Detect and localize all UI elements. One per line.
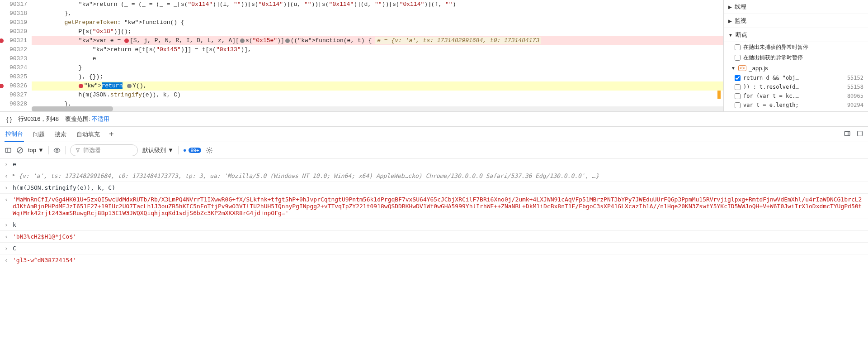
- inline-value-hint: e = {v: 'a', ts: 1731482991684, t0: 1731…: [375, 37, 541, 44]
- expand-icon[interactable]: [856, 130, 863, 139]
- breakpoints-section[interactable]: ▼断点: [724, 28, 868, 42]
- breakpoint-icon[interactable]: [0, 38, 4, 43]
- code-line[interactable]: },: [32, 9, 723, 18]
- line-number[interactable]: 90328: [0, 100, 27, 109]
- pause-caught-checkbox[interactable]: 在抛出捕获的异常时暂停: [724, 53, 868, 63]
- breakpoint-item[interactable]: for (var t = kc.…80965: [724, 91, 868, 101]
- settings-button[interactable]: [206, 147, 213, 154]
- breakpoint-line: 55152: [847, 75, 863, 81]
- context-selector[interactable]: top ▼: [28, 147, 44, 153]
- output-arrow-icon: [5, 257, 9, 263]
- add-tab-button[interactable]: +: [109, 129, 114, 139]
- output-arrow-icon: [5, 172, 9, 179]
- tab-console[interactable]: 控制台: [5, 127, 24, 142]
- breakpoint-line: 90294: [847, 102, 863, 108]
- console-output-row[interactable]: 'MaMnRnCfI/vGg4HK01U+5zxQI5wcUdMdxRUTb/R…: [0, 194, 868, 219]
- console-output-row[interactable]: 'gl3-w^dN38724154': [0, 254, 868, 266]
- breakpoint-code: return d && "obj…: [743, 75, 844, 81]
- line-number[interactable]: 90320: [0, 27, 27, 36]
- breakpoint-item[interactable]: )) : t.resolve(d…55158: [724, 82, 868, 91]
- code-line[interactable]: ), {});: [32, 72, 723, 81]
- code-line[interactable]: }: [32, 63, 723, 72]
- breakpoint-line: 80965: [847, 93, 863, 99]
- watch-section[interactable]: ▶监视: [724, 14, 868, 28]
- breakpoint-code: for (var t = kc.…: [743, 93, 844, 99]
- horizontal-scrollbar[interactable]: [32, 106, 723, 111]
- line-number[interactable]: 90327: [0, 91, 27, 100]
- breakpoint-line: 55158: [847, 84, 863, 90]
- braces-icon[interactable]: { }: [6, 116, 12, 123]
- console-output-row[interactable]: 'bN3%cH2$H1@*jCo$': [0, 231, 868, 243]
- line-number[interactable]: 90324: [0, 63, 27, 72]
- line-number[interactable]: 90326: [0, 81, 27, 91]
- line-number[interactable]: 90325: [0, 72, 27, 81]
- coverage-link[interactable]: 不适用: [92, 115, 109, 122]
- input-arrow-icon: [5, 184, 9, 191]
- code-editor[interactable]: 9031790318903199032090321903229032390324…: [0, 0, 723, 111]
- code-line[interactable]: "kw">return Y(),: [32, 81, 723, 91]
- line-number[interactable]: 90317: [0, 0, 27, 9]
- input-arrow-icon: [5, 245, 9, 252]
- console-input-row[interactable]: k: [0, 219, 868, 231]
- breakpoint-checkbox[interactable]: [735, 102, 741, 108]
- breakpoint-checkbox[interactable]: [735, 84, 741, 90]
- overview-ruler[interactable]: [713, 0, 721, 111]
- line-number[interactable]: 90321: [0, 36, 27, 45]
- filter-input[interactable]: 筛选器: [70, 144, 138, 156]
- chevron-right-icon: ▶: [728, 19, 732, 24]
- breakpoint-icon[interactable]: [0, 84, 4, 88]
- tab-search[interactable]: 搜索: [54, 127, 67, 142]
- code-line[interactable]: "kw">return (_ = (_ = (_ = _[s("0x114")]…: [32, 0, 723, 9]
- pause-uncaught-checkbox[interactable]: 在抛出未捕获的异常时暂停: [724, 42, 868, 53]
- code-content[interactable]: "kw">return (_ = (_ = (_ = _[s("0x114")]…: [32, 0, 723, 111]
- chevron-down-icon: ▼: [168, 147, 174, 153]
- issues-count[interactable]: ●99+: [183, 147, 202, 153]
- expand-icon[interactable]: ▶: [13, 172, 15, 177]
- code-line[interactable]: P[s("0x18")]();: [32, 27, 723, 36]
- toggle-sidebar-button[interactable]: [5, 147, 12, 154]
- svg-rect-3: [5, 148, 11, 152]
- breakpoint-item[interactable]: return d && "obj…55152: [724, 73, 868, 82]
- breakpoint-checkbox[interactable]: [735, 75, 741, 81]
- line-number[interactable]: 90318: [0, 9, 27, 18]
- console-output[interactable]: e ▶{v: 'a', ts: 1731482991684, t0: 17314…: [0, 158, 868, 359]
- breakpoint-file[interactable]: ▼<>_app.js: [724, 63, 868, 73]
- code-line[interactable]: e: [32, 54, 723, 63]
- clear-console-button[interactable]: [16, 147, 24, 154]
- chevron-right-icon: ▶: [728, 5, 732, 10]
- tab-autofill[interactable]: 自动填充: [75, 127, 101, 142]
- svg-rect-2: [858, 131, 863, 136]
- breakpoint-checkbox[interactable]: [735, 93, 741, 99]
- code-line[interactable]: "kw">var e = [S, j, P, N, R, I, D, L, z,…: [32, 36, 723, 45]
- input-arrow-icon: [5, 161, 9, 168]
- code-line[interactable]: "kw">return e[t[s("0x145")]] = t[s("0x13…: [32, 45, 723, 54]
- output-arrow-icon: [5, 196, 9, 203]
- console-input-row[interactable]: h(m(JSON.stringify(e)), k, C): [0, 182, 868, 194]
- drawer-tabs: 控制台 问题 搜索 自动填充 +: [0, 127, 868, 142]
- dock-icon[interactable]: [844, 130, 851, 139]
- line-number[interactable]: 90323: [0, 54, 27, 63]
- js-file-icon: <>: [738, 65, 746, 71]
- live-expression-button[interactable]: [53, 147, 61, 154]
- chevron-down-icon: ▼: [728, 33, 733, 38]
- breakpoint-code: var t = e.length;: [743, 102, 844, 108]
- svg-point-7: [56, 149, 58, 151]
- chevron-down-icon: ▼: [731, 66, 736, 71]
- svg-rect-0: [844, 131, 850, 135]
- tab-issues[interactable]: 问题: [32, 127, 46, 142]
- line-number[interactable]: 90319: [0, 18, 27, 27]
- svg-point-8: [208, 149, 210, 151]
- breakpoint-item[interactable]: var t = e.length;90294: [724, 101, 868, 110]
- code-line[interactable]: getPrepareToken: "kw">function() {: [32, 18, 723, 27]
- log-level-selector[interactable]: 默认级别 ▼: [142, 146, 174, 154]
- status-bar: { } 行90316，列48 覆盖范围: 不适用: [0, 112, 868, 127]
- console-output-row[interactable]: ▶{v: 'a', ts: 1731482991684, t0: 1731484…: [0, 170, 868, 182]
- console-input-row[interactable]: e: [0, 158, 868, 170]
- line-number[interactable]: 90322: [0, 45, 27, 54]
- console-input-row[interactable]: C: [0, 243, 868, 254]
- threads-section[interactable]: ▶线程: [724, 0, 868, 14]
- code-line[interactable]: h(m(JSON.stringify(e)), k, C): [32, 91, 723, 100]
- console-toolbar: top ▼ 筛选器 默认级别 ▼ ●99+: [0, 142, 868, 158]
- output-arrow-icon: [5, 233, 9, 240]
- debugger-sidebar: ▶线程 ▶监视 ▼断点 在抛出未捕获的异常时暂停 在抛出捕获的异常时暂停 ▼<>…: [723, 0, 868, 111]
